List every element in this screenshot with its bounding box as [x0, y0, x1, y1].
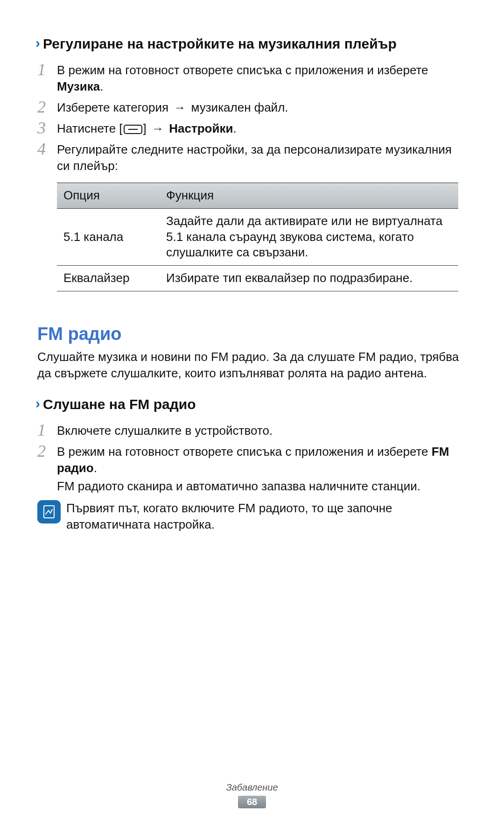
step-suffix: .: [94, 461, 97, 475]
step-body: Изберете категория → музикален файл.: [57, 99, 467, 116]
step-text: В режим на готовност отворете списъка с …: [57, 63, 428, 77]
step-text: ]: [143, 121, 150, 135]
note-text: Първият път, когато включите FM радиото,…: [66, 500, 467, 533]
step-suffix: .: [233, 121, 236, 135]
step-text: В режим на готовност отворете списъка с …: [57, 445, 432, 459]
note-icon: [37, 500, 61, 523]
step-body: Натиснете [ ] → Настройки.: [57, 120, 467, 137]
section2-steps: 1 Включете слушалките в устройството. 2 …: [37, 423, 467, 495]
step-bold: Настройки: [166, 121, 233, 135]
step-text: Включете слушалките в устройството.: [57, 424, 273, 438]
step-body: В режим на готовност отворете списъка с …: [57, 62, 467, 95]
table-head-function: Функция: [160, 183, 458, 209]
section2-intro: Слушайте музика и новини по FM радио. За…: [37, 349, 467, 382]
step-text: Натиснете [: [57, 121, 123, 135]
note: Първият път, когато включите FM радиото,…: [37, 500, 467, 533]
section2-subheading-row: › Слушане на FM радио: [35, 396, 467, 418]
section2-title: FM радио: [37, 324, 467, 344]
page-number: 68: [238, 796, 266, 808]
table-cell-option: Еквалайзер: [57, 266, 160, 291]
section1-steps: 1 В режим на готовност отворете списъка …: [37, 62, 467, 175]
step-number: 3: [37, 120, 57, 136]
options-table: Опция Функция 5.1 канала Задайте дали да…: [57, 183, 458, 291]
step-body: Включете слушалките в устройството.: [57, 423, 467, 439]
step-extra: FM радиото сканира и автоматично запазва…: [57, 479, 420, 493]
section2-subheading: Слушане на FM радио: [43, 396, 196, 413]
step-item: 3 Натиснете [ ] → Настройки.: [37, 120, 467, 137]
step-text: Изберете категория: [57, 100, 172, 114]
arrow-icon: →: [174, 100, 186, 114]
section1-heading-row: › Регулиране на настройките на музикални…: [35, 35, 467, 57]
step-number: 1: [37, 422, 57, 438]
table-head-row: Опция Функция: [57, 183, 458, 209]
step-item: 1 Включете слушалките в устройството.: [37, 423, 467, 439]
section1-heading: Регулиране на настройките на музикалния …: [43, 35, 397, 53]
step-number: 2: [37, 443, 57, 459]
step-item: 2 Изберете категория → музикален файл.: [37, 99, 467, 116]
step-item: 1 В режим на готовност отворете списъка …: [37, 62, 467, 95]
step-suffix: .: [100, 79, 103, 93]
step-number: 4: [37, 141, 57, 157]
step-body: Регулирайте следните настройки, за да пе…: [57, 141, 467, 174]
table-row: 5.1 канала Задайте дали да активирате ил…: [57, 208, 458, 265]
table-row: Еквалайзер Избирате тип еквалайзер по по…: [57, 266, 458, 291]
menu-key-icon: [124, 125, 142, 134]
step-bold: Музика: [57, 79, 100, 93]
step-body: В режим на готовност отворете списъка с …: [57, 444, 467, 495]
step-number: 2: [37, 99, 57, 115]
step-text: Регулирайте следните настройки, за да пе…: [57, 142, 452, 173]
table-cell-option: 5.1 канала: [57, 208, 160, 265]
page: › Регулиране на настройките на музикални…: [0, 0, 504, 827]
chevron-icon: ›: [35, 396, 40, 410]
step-number: 1: [37, 61, 57, 78]
table-head-option: Опция: [57, 183, 160, 209]
step-item: 4 Регулирайте следните настройки, за да …: [37, 141, 467, 174]
table-cell-function: Задайте дали да активирате или не виртуа…: [160, 208, 458, 265]
page-footer: Забавление 68: [0, 782, 504, 808]
step-suffix: музикален файл.: [188, 100, 288, 114]
arrow-icon: →: [152, 121, 164, 135]
table-cell-function: Избирате тип еквалайзер по подразбиране.: [160, 266, 458, 291]
step-item: 2 В режим на готовност отворете списъка …: [37, 444, 467, 495]
footer-chapter: Забавление: [0, 782, 504, 793]
chevron-icon: ›: [35, 36, 40, 50]
